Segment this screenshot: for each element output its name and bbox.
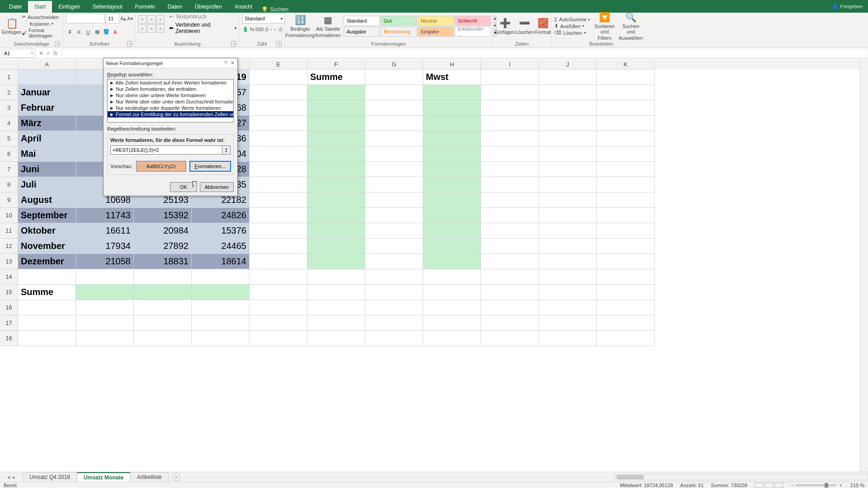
view-normal-button[interactable]: [755, 483, 764, 488]
cell[interactable]: [539, 146, 597, 162]
cell[interactable]: Februar: [18, 100, 76, 116]
cell[interactable]: [365, 254, 423, 269]
cell[interactable]: 15376: [192, 223, 250, 239]
style-erklaerender[interactable]: Erklärender ...: [455, 27, 491, 37]
zoom-out-button[interactable]: −: [791, 483, 793, 488]
cell[interactable]: [365, 223, 423, 239]
dec-decimal-button[interactable]: ←.0: [274, 25, 282, 33]
format-cells-button[interactable]: 🧱Format: [535, 14, 551, 39]
cell[interactable]: [597, 177, 655, 192]
cell[interactable]: [481, 269, 539, 285]
cell[interactable]: [423, 146, 481, 162]
cell[interactable]: [423, 177, 481, 192]
cell[interactable]: [365, 331, 423, 346]
tab-file[interactable]: Datei: [3, 1, 28, 13]
row-header[interactable]: 10: [0, 208, 18, 223]
align-launcher[interactable]: ↘: [231, 41, 236, 47]
cell[interactable]: [597, 300, 655, 315]
row-header[interactable]: 2: [0, 85, 18, 100]
font-size-combo[interactable]: [106, 14, 119, 23]
cell[interactable]: [481, 208, 539, 223]
zoom-slider[interactable]: − ＋: [791, 482, 843, 488]
row-header[interactable]: 14: [0, 269, 18, 285]
cell[interactable]: [250, 315, 307, 331]
cell[interactable]: [423, 223, 481, 239]
cell[interactable]: Januar: [18, 85, 76, 100]
select-all-corner[interactable]: [0, 60, 18, 70]
cell[interactable]: [597, 315, 655, 331]
cell[interactable]: [597, 131, 655, 146]
cell[interactable]: [481, 239, 539, 254]
cell[interactable]: September: [18, 208, 76, 223]
row-header[interactable]: 12: [0, 239, 18, 254]
cut-button[interactable]: ✂Ausschneiden: [22, 14, 60, 20]
col-header-E[interactable]: E: [250, 60, 307, 70]
style-neutral[interactable]: Neutral: [418, 16, 454, 26]
cell[interactable]: [597, 331, 655, 346]
tab-formulas[interactable]: Formeln: [129, 1, 161, 13]
cell[interactable]: [539, 315, 597, 331]
cell[interactable]: [365, 315, 423, 331]
cell-styles-gallery[interactable]: Standard Gut Neutral Schlecht Ausgabe Be…: [344, 16, 491, 37]
clipboard-launcher[interactable]: ↘: [55, 41, 60, 47]
cell[interactable]: [597, 254, 655, 269]
cell[interactable]: [539, 85, 597, 100]
cell[interactable]: [481, 70, 539, 85]
cell[interactable]: [423, 285, 481, 300]
row-header[interactable]: 18: [0, 331, 18, 346]
cell[interactable]: [597, 146, 655, 162]
tell-me-search[interactable]: 💡 Suchen: [261, 6, 288, 13]
cell[interactable]: [481, 131, 539, 146]
conditional-formatting-button[interactable]: 🔢BedingteFormatierung: [288, 14, 313, 39]
cell[interactable]: 15392: [134, 208, 192, 223]
cell[interactable]: November: [18, 239, 76, 254]
cell[interactable]: [134, 285, 192, 300]
name-box[interactable]: A1▾: [2, 49, 35, 58]
rule-option-3[interactable]: ► Nur obere oder untere Werte formatiere…: [108, 92, 233, 99]
cell[interactable]: [250, 239, 307, 254]
col-header-H[interactable]: H: [423, 60, 481, 70]
enter-formula-icon[interactable]: ✓: [46, 50, 51, 56]
alignment-grid[interactable]: ≡≡≡≡≡≡: [138, 15, 165, 33]
col-header-I[interactable]: I: [481, 60, 539, 70]
row-header[interactable]: 6: [0, 146, 18, 162]
row-header[interactable]: 8: [0, 177, 18, 192]
style-berechnung[interactable]: Berechnung: [381, 27, 417, 37]
cell[interactable]: [597, 100, 655, 116]
cell[interactable]: [539, 116, 597, 131]
cell[interactable]: [423, 85, 481, 100]
cell[interactable]: [365, 146, 423, 162]
share-button[interactable]: Freigeben: [840, 4, 863, 9]
cell[interactable]: [597, 162, 655, 177]
cell[interactable]: [481, 146, 539, 162]
row-header[interactable]: 5: [0, 131, 18, 146]
cell[interactable]: [597, 285, 655, 300]
dialog-close-button[interactable]: ✕: [231, 60, 235, 66]
cell[interactable]: 21058: [76, 254, 134, 269]
formula-bar[interactable]: [61, 49, 868, 58]
style-gut[interactable]: Gut: [381, 16, 417, 26]
cell[interactable]: [423, 162, 481, 177]
cell[interactable]: [307, 162, 365, 177]
cell[interactable]: [597, 239, 655, 254]
cell[interactable]: [423, 208, 481, 223]
row-header[interactable]: 3: [0, 100, 18, 116]
cell[interactable]: [250, 162, 307, 177]
cell[interactable]: [18, 269, 76, 285]
cell[interactable]: [423, 300, 481, 315]
cell[interactable]: [597, 116, 655, 131]
cell[interactable]: Mwst: [423, 70, 481, 85]
style-eingabe[interactable]: Eingabe: [418, 27, 454, 37]
percent-button[interactable]: %: [250, 25, 255, 33]
cell[interactable]: 18614: [192, 254, 250, 269]
delete-cells-button[interactable]: ➖Löschen: [515, 14, 534, 39]
cell[interactable]: [597, 208, 655, 223]
currency-button[interactable]: 💲: [242, 25, 249, 33]
col-header-A[interactable]: A: [18, 60, 76, 70]
cell[interactable]: [539, 269, 597, 285]
cell[interactable]: [365, 85, 423, 100]
cell[interactable]: [192, 300, 250, 315]
rule-option-4[interactable]: ► Nur Werte über oder unter dem Durchsch…: [108, 99, 233, 105]
cell[interactable]: [307, 239, 365, 254]
cell[interactable]: [539, 300, 597, 315]
